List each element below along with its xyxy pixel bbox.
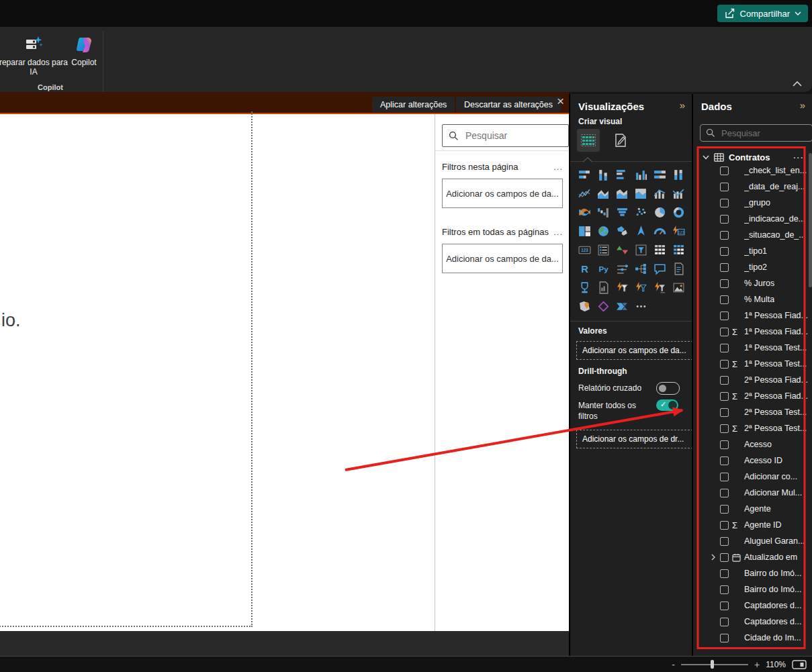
data-search[interactable]	[700, 124, 812, 142]
field-checkbox[interactable]	[720, 344, 729, 352]
drillthrough-dropzone[interactable]: Adicionar os campos de dr...	[576, 430, 693, 448]
field-item[interactable]: Σ1ª Pessoa Fiad...	[693, 324, 812, 340]
map-icon[interactable]	[594, 222, 613, 240]
field-item[interactable]: _situacao_de_...	[693, 227, 812, 243]
close-banner-icon[interactable]: ×	[557, 94, 564, 109]
treemap-icon[interactable]	[575, 222, 594, 240]
collapse-ribbon-icon[interactable]	[792, 81, 803, 87]
collapse-pane-icon[interactable]: »	[680, 99, 685, 111]
field-checkbox[interactable]	[720, 553, 729, 562]
field-checkbox[interactable]	[720, 183, 729, 191]
field-item[interactable]: Bairro do Imó...	[693, 565, 812, 581]
field-item[interactable]: 1ª Pessoa Fiad...	[693, 307, 812, 324]
copilot-button[interactable]: Copilot	[67, 30, 101, 81]
decomposition-tree-icon[interactable]	[631, 259, 650, 278]
pie-chart-icon[interactable]	[650, 203, 669, 222]
tab-format-visual[interactable]	[609, 129, 632, 152]
zoom-slider-thumb[interactable]	[711, 660, 714, 669]
field-checkbox[interactable]	[720, 311, 729, 320]
field-checkbox[interactable]	[720, 376, 729, 385]
field-item[interactable]: _indicacao_de...	[693, 211, 812, 227]
zoom-out-button[interactable]: -	[672, 659, 675, 670]
qa-visual-icon[interactable]	[650, 259, 669, 278]
stacked-bar-chart-icon[interactable]	[575, 165, 594, 184]
line-and-stacked-column-chart-icon[interactable]	[650, 184, 669, 203]
funnel-chart-icon[interactable]	[613, 203, 631, 222]
field-checkbox[interactable]	[720, 247, 729, 256]
kpi-icon[interactable]	[613, 240, 631, 259]
stacked-column-chart-icon[interactable]	[594, 165, 613, 184]
discard-changes-button[interactable]: Descartar as alterações	[456, 97, 561, 112]
share-button[interactable]: Compartilhar	[717, 5, 808, 22]
slicer-icon[interactable]	[631, 240, 650, 259]
field-checkbox[interactable]	[720, 569, 729, 578]
card-new-icon[interactable]: 123	[669, 222, 688, 240]
field-item[interactable]: 2ª Pessoa Fiad...	[693, 372, 812, 388]
field-item[interactable]: _tipo1	[693, 243, 812, 259]
clustered-bar-chart-icon[interactable]	[613, 165, 631, 184]
preview-visual-1-icon[interactable]	[613, 278, 631, 297]
zoom-in-button[interactable]: +	[754, 659, 760, 670]
donut-chart-icon[interactable]	[669, 203, 688, 222]
field-item[interactable]: Σ2ª Pessoa Fiad...	[693, 388, 812, 404]
zoom-slider[interactable]	[681, 664, 748, 665]
azure-map-icon[interactable]	[631, 222, 650, 240]
filters-page-dropzone[interactable]: Adicionar os campos de da...	[442, 179, 563, 208]
line-chart-icon[interactable]	[575, 184, 594, 203]
values-dropzone[interactable]: Adicionar os campos de da...	[576, 341, 693, 360]
python-visual-icon[interactable]: Py	[594, 259, 613, 278]
field-checkbox[interactable]	[720, 199, 729, 207]
field-checkbox[interactable]	[720, 634, 729, 642]
100-stacked-bar-chart-icon[interactable]	[650, 165, 669, 184]
table-more-icon[interactable]: ...	[793, 149, 804, 161]
field-checkbox[interactable]	[720, 521, 729, 530]
field-checkbox[interactable]	[720, 263, 729, 272]
100-stacked-column-chart-icon[interactable]	[669, 165, 688, 184]
field-item[interactable]: ΣAgente ID	[693, 517, 812, 533]
filled-map-icon[interactable]	[613, 222, 631, 240]
paginated-report-icon[interactable]	[594, 278, 613, 297]
field-item[interactable]: _tipo2	[693, 259, 812, 275]
waterfall-chart-icon[interactable]	[594, 203, 613, 222]
filters-search[interactable]	[442, 124, 569, 147]
prepare-data-ai-button[interactable]: reparar dados para IA	[0, 30, 67, 81]
field-checkbox[interactable]	[720, 328, 729, 336]
chevron-right-icon[interactable]	[711, 554, 716, 561]
field-item[interactable]: Acesso	[693, 436, 812, 452]
field-checkbox[interactable]	[720, 295, 729, 304]
chevron-down-icon[interactable]	[703, 155, 709, 160]
filters-all-pages-dropzone[interactable]: Adicionar os campos de da...	[442, 244, 563, 273]
matrix-icon[interactable]	[669, 240, 688, 259]
field-checkbox[interactable]	[720, 457, 729, 465]
keep-filters-toggle[interactable]: ✓	[656, 399, 678, 411]
field-checkbox[interactable]	[720, 473, 729, 481]
card-icon[interactable]: 123	[575, 240, 594, 259]
report-canvas[interactable]: io. Filtros nesta página ... Adicionar o…	[0, 114, 569, 631]
fit-to-page-icon[interactable]	[792, 660, 807, 669]
line-and-clustered-column-chart-icon[interactable]	[669, 184, 688, 203]
field-checkbox[interactable]	[720, 166, 729, 175]
power-apps-icon[interactable]	[594, 297, 613, 316]
field-item[interactable]: Adicionar co...	[693, 469, 812, 485]
field-item[interactable]: % Multa	[693, 291, 812, 307]
field-item[interactable]: Aluguel Garan...	[693, 533, 812, 549]
field-checkbox[interactable]	[720, 279, 729, 288]
field-checkbox[interactable]	[720, 215, 729, 224]
r-script-visual-icon[interactable]: R	[575, 259, 594, 278]
field-item[interactable]: Captadores d...	[693, 597, 812, 614]
scrollbar-thumb[interactable]	[809, 153, 812, 287]
field-checkbox[interactable]	[720, 360, 729, 369]
slicer-new-icon[interactable]	[613, 259, 631, 278]
field-checkbox[interactable]	[720, 489, 729, 497]
field-checkbox[interactable]	[720, 440, 729, 449]
collapse-pane-icon[interactable]: »	[800, 99, 805, 111]
field-checkbox[interactable]	[720, 408, 729, 417]
stacked-area-chart-icon[interactable]	[613, 184, 631, 203]
preview-visual-3-icon[interactable]	[650, 278, 669, 297]
filters-all-pages-more-icon[interactable]: ...	[553, 227, 563, 237]
100-stacked-area-chart-icon[interactable]	[631, 184, 650, 203]
field-checkbox[interactable]	[720, 424, 729, 433]
gauge-icon[interactable]	[650, 222, 669, 240]
multi-row-card-icon[interactable]	[594, 240, 613, 259]
arcgis-map-icon[interactable]	[575, 297, 594, 316]
